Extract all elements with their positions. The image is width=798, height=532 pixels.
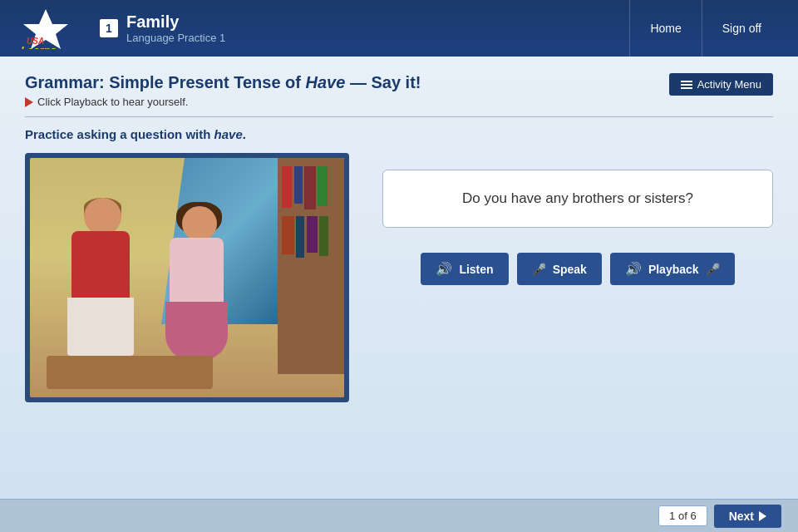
title-section: Grammar: Simple Present Tense of Have — … — [25, 73, 773, 108]
button-row: 🔊 Listen 🎤 Speak 🔊 Playback 🎤 — [382, 253, 773, 285]
image-panel — [25, 153, 349, 402]
p2-head — [182, 206, 217, 241]
playback-button[interactable]: 🔊 Playback 🎤 — [610, 253, 735, 285]
logo-area: USA Learns 1 Family Language Practice 1 — [17, 7, 225, 49]
speak-button[interactable]: 🎤 Speak — [517, 253, 602, 285]
book — [282, 166, 292, 208]
speak-label: Speak — [553, 263, 587, 276]
speaker-icon: 🔊 — [436, 261, 452, 277]
unit-subtitle: Language Practice 1 — [126, 32, 225, 44]
playback-mic-icon: 🎤 — [706, 263, 720, 276]
instruction: Click Playback to hear yourself. — [25, 96, 421, 108]
footer: 1 of 6 Next — [0, 499, 798, 532]
page-title-prefix: Grammar: Simple Present Tense of — [25, 73, 306, 91]
header: USA Learns 1 Family Language Practice 1 … — [0, 0, 798, 57]
book — [319, 216, 328, 256]
playback-label: Playback — [648, 263, 699, 276]
book — [282, 216, 294, 254]
right-panel: Do you have any brothers or sisters? 🔊 L… — [382, 153, 773, 285]
book — [318, 166, 328, 206]
play-arrow-icon — [25, 97, 33, 107]
book — [304, 166, 316, 209]
title-block: Grammar: Simple Present Tense of Have — … — [25, 73, 421, 108]
book — [294, 166, 303, 204]
table — [47, 356, 213, 389]
next-arrow-icon — [759, 511, 766, 521]
p1-body — [71, 231, 130, 306]
page-title-italic: Have — [306, 73, 346, 91]
svg-text:Learns: Learns — [21, 44, 57, 49]
person-left — [55, 198, 155, 381]
page-title: Grammar: Simple Present Tense of Have — … — [25, 73, 421, 92]
practice-suffix: . — [243, 127, 246, 141]
mic-icon: 🎤 — [532, 263, 546, 276]
next-button[interactable]: Next — [714, 505, 781, 528]
bookshelf — [278, 158, 344, 374]
main-content: Grammar: Simple Present Tense of Have — … — [0, 57, 798, 532]
instruction-text: Click Playback to hear yourself. — [37, 96, 188, 108]
scene-image — [30, 158, 344, 397]
p2-body — [170, 238, 224, 308]
unit-info: 1 Family Language Practice 1 — [100, 12, 225, 44]
signoff-link[interactable]: Sign off — [702, 0, 781, 57]
unit-title-block: Family Language Practice 1 — [126, 12, 225, 44]
practice-text: Practice asking a question with have. — [25, 127, 773, 141]
content-row: Do you have any brothers or sisters? 🔊 L… — [25, 153, 773, 402]
book — [307, 216, 318, 253]
header-nav: Home Sign off — [629, 0, 781, 57]
practice-italic: have — [214, 127, 243, 141]
speaker2-icon: 🔊 — [625, 261, 642, 277]
page-indicator: 1 of 6 — [658, 505, 707, 526]
p2-skirt — [165, 302, 228, 360]
menu-icon — [681, 81, 692, 89]
p1-legs — [67, 298, 134, 356]
logo-icon: USA Learns — [17, 7, 75, 49]
activity-menu-button[interactable]: Activity Menu — [669, 73, 773, 96]
divider — [25, 116, 773, 117]
book — [296, 216, 304, 258]
practice-prefix: Practice asking a question with — [25, 127, 214, 141]
question-box: Do you have any brothers or sisters? — [382, 170, 773, 228]
question-text: Do you have any brothers or sisters? — [462, 190, 693, 207]
activity-menu-label: Activity Menu — [697, 78, 761, 91]
listen-button[interactable]: 🔊 Listen — [421, 253, 508, 285]
unit-title: Family — [126, 12, 225, 32]
unit-badge: 1 — [100, 19, 118, 37]
scene — [30, 158, 344, 397]
person-right — [161, 206, 244, 381]
p1-head — [84, 198, 121, 235]
page-title-suffix: — Say it! — [345, 73, 421, 91]
home-link[interactable]: Home — [629, 0, 701, 57]
listen-label: Listen — [459, 263, 493, 276]
next-label: Next — [729, 510, 754, 523]
